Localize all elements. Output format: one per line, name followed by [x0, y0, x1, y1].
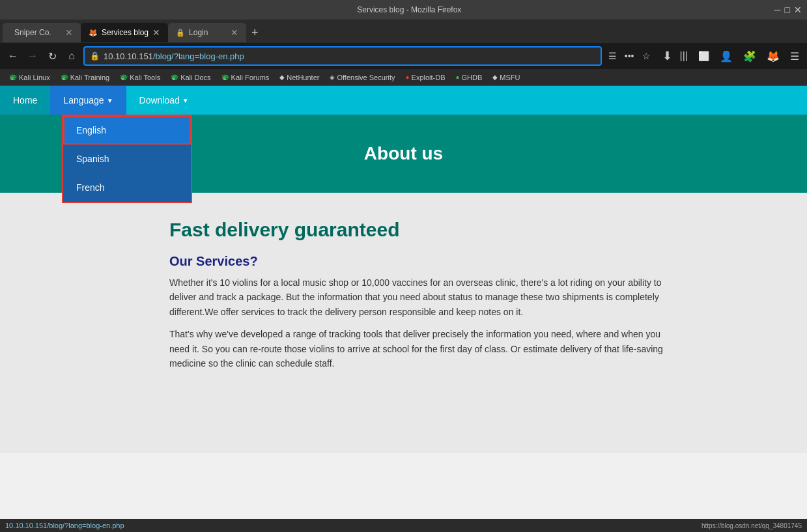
status-right-text: https://blog.osdn.net/qq_34801745 — [701, 522, 802, 529]
window-button[interactable]: ⬜ — [696, 49, 712, 63]
bookmark-kali-docs[interactable]: 🐲 Kali Docs — [167, 72, 214, 83]
tab-login-favicon: 🔒 — [176, 29, 185, 37]
tab-sniper-label: Sniper Co. — [14, 28, 51, 37]
tab-login-close[interactable]: ✕ — [231, 27, 238, 38]
url-display: 10.10.10.151/blog/?lang=blog-en.php — [104, 51, 244, 61]
nav-language[interactable]: Language ▼ — [50, 86, 126, 115]
bookmark-msfu-label: MSFU — [500, 74, 520, 81]
bookmark-msfu[interactable]: ◆ MSFU — [488, 72, 524, 83]
kali-docs-icon: 🐲 — [171, 74, 178, 81]
exploit-db-icon: ● — [406, 74, 410, 81]
status-url: 10.10.10.151/blog/?lang=blog-en.php — [5, 522, 124, 529]
content-paragraph-2: That's why we've developed a range of tr… — [169, 327, 677, 371]
bookmark-offensive-security-label: Offensive Security — [337, 74, 395, 81]
title-bar: Services blog - Mozilla Firefox ─ □ ✕ — [0, 0, 807, 20]
minimize-button[interactable]: ─ — [774, 5, 781, 15]
tab-login-label: Login — [189, 28, 208, 37]
website-content: Home Language ▼ Download ▼ English Spani… — [0, 86, 807, 453]
tab-services-blog[interactable]: 🦊 Services blog ✕ — [81, 23, 168, 42]
kali-forums-icon: 🐲 — [221, 74, 229, 81]
bookmark-kali-forums[interactable]: 🐲 Kali Forums — [218, 72, 274, 83]
nav-language-label: Language — [63, 95, 104, 105]
site-nav: Home Language ▼ Download ▼ — [0, 86, 807, 115]
bookmark-kali-tools[interactable]: 🐲 Kali Tools — [116, 72, 164, 83]
home-button[interactable]: ⌂ — [64, 48, 79, 64]
sidebar-button[interactable]: ||| — [677, 49, 690, 63]
bookmark-kali-linux[interactable]: 🐲 Kali Linux — [5, 72, 54, 83]
language-option-english[interactable]: English — [63, 116, 191, 145]
main-content: Fast delivery guaranteed Our Services? W… — [0, 193, 807, 453]
bookmarks-bar: 🐲 Kali Linux 🐲 Kali Training 🐲 Kali Tool… — [0, 69, 807, 86]
download-dropdown-arrow: ▼ — [182, 97, 189, 104]
tab-login[interactable]: 🔒 Login ✕ — [168, 23, 246, 42]
nav-home-label: Home — [13, 95, 37, 105]
url-path: /blog/?lang=blog-en.php — [153, 51, 244, 61]
hero-title: About us — [364, 143, 443, 164]
avatar-button[interactable]: 🦊 — [764, 49, 782, 64]
bookmark-exploit-db[interactable]: ● Exploit-DB — [402, 72, 449, 83]
language-option-french[interactable]: French — [63, 173, 191, 202]
kali-linux-icon: 🐲 — [9, 74, 17, 81]
menu-button[interactable]: ☰ — [787, 49, 802, 64]
tabs-bar: Sniper Co. ✕ 🦊 Services blog ✕ 🔒 Login ✕… — [0, 20, 807, 43]
new-tab-button[interactable]: + — [246, 26, 264, 40]
status-bar: 10.10.10.151/blog/?lang=blog-en.php http… — [0, 519, 807, 532]
extensions-button[interactable]: 🧩 — [741, 49, 759, 64]
tab-services-favicon: 🦊 — [89, 29, 98, 37]
nethunter-icon: ◆ — [279, 74, 285, 81]
url-bar[interactable]: 🔒 10.10.10.151/blog/?lang=blog-en.php — [83, 46, 602, 66]
url-host: 10.10.10.151 — [104, 51, 153, 61]
bookmark-kali-training-label: Kali Training — [70, 74, 110, 81]
reader-view-button[interactable]: ☰ — [606, 49, 619, 63]
bookmark-offensive-security[interactable]: ◈ Offensive Security — [326, 72, 399, 83]
window-controls[interactable]: ─ □ ✕ — [774, 5, 802, 15]
language-dropdown-container: English Spanish French — [62, 115, 192, 203]
offensive-security-icon: ◈ — [330, 74, 335, 81]
msfu-icon: ◆ — [492, 74, 498, 81]
close-button[interactable]: ✕ — [794, 5, 802, 15]
french-label: French — [76, 182, 105, 193]
bookmark-kali-training[interactable]: 🐲 Kali Training — [57, 72, 114, 83]
language-dropdown-menu: English Spanish French — [62, 115, 192, 203]
tab-sniper-close[interactable]: ✕ — [65, 27, 73, 38]
kali-training-icon: 🐲 — [61, 74, 68, 81]
nav-download-label: Download — [139, 95, 180, 105]
bookmark-kali-linux-label: Kali Linux — [19, 74, 50, 81]
bookmark-nethunter-label: NetHunter — [287, 74, 319, 81]
tab-services-label: Services blog — [102, 28, 149, 37]
english-label: English — [76, 125, 106, 135]
browser-chrome: Services blog - Mozilla Firefox ─ □ ✕ Sn… — [0, 0, 807, 86]
address-actions: ☰ ••• ☆ — [606, 49, 653, 63]
forward-button[interactable]: → — [25, 48, 40, 64]
ghdb-icon: ● — [456, 74, 460, 81]
language-dropdown-arrow: ▼ — [107, 97, 113, 104]
bookmark-ghdb[interactable]: ● GHDB — [452, 72, 487, 83]
bookmark-kali-forums-label: Kali Forums — [231, 74, 270, 81]
bookmark-exploit-db-label: Exploit-DB — [412, 74, 446, 81]
profile-button[interactable]: 👤 — [717, 49, 735, 64]
bookmark-kali-tools-label: Kali Tools — [130, 74, 160, 81]
nav-download[interactable]: Download ▼ — [126, 86, 202, 115]
bookmark-ghdb-label: GHDB — [462, 74, 483, 81]
security-icon: 🔒 — [90, 51, 100, 61]
back-button[interactable]: ← — [5, 48, 21, 64]
bookmark-nethunter[interactable]: ◆ NetHunter — [276, 72, 323, 83]
more-button[interactable]: ••• — [622, 49, 637, 63]
nav-home[interactable]: Home — [0, 86, 50, 115]
maximize-button[interactable]: □ — [785, 5, 790, 15]
bookmark-kali-docs-label: Kali Docs — [180, 74, 210, 81]
tab-services-close[interactable]: ✕ — [152, 27, 160, 38]
address-bar: ← → ↻ ⌂ 🔒 10.10.10.151/blog/?lang=blog-e… — [0, 43, 807, 69]
content-paragraph-1: Whether it's 10 violins for a local musi… — [169, 275, 677, 319]
delivery-title: Fast delivery guaranteed — [169, 219, 677, 241]
bookmark-star-button[interactable]: ☆ — [640, 49, 653, 63]
window-title: Services blog - Mozilla Firefox — [44, 5, 774, 14]
services-heading: Our Services? — [169, 254, 677, 269]
kali-tools-icon: 🐲 — [120, 74, 128, 81]
downloads-button[interactable]: ⬇ — [662, 49, 672, 63]
spanish-label: Spanish — [76, 154, 109, 164]
reload-button[interactable]: ↻ — [44, 48, 60, 64]
tab-sniper[interactable]: Sniper Co. ✕ — [3, 23, 81, 42]
language-option-spanish[interactable]: Spanish — [63, 145, 191, 173]
